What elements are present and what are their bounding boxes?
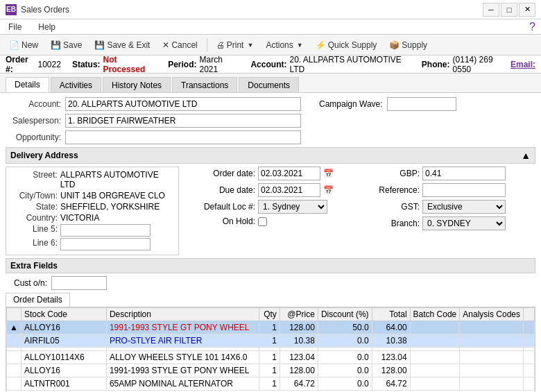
row-analysis-codes [460, 334, 524, 348]
tab-documents[interactable]: Documents [239, 77, 299, 92]
col-stock-code: Stock Code [21, 308, 106, 321]
save-exit-label: Save & Exit [107, 40, 150, 50]
row-description: 65AMP NOMINAL ALTERNATOR [106, 377, 259, 391]
row-analysis-codes [460, 321, 524, 334]
default-loc-select[interactable]: 1. Sydney [258, 200, 327, 214]
tabs-container: Details Activities History Notes Transac… [0, 74, 541, 93]
cancel-button[interactable]: ✕ Cancel [157, 37, 202, 53]
collapse-button[interactable]: ▲ [521, 150, 531, 161]
period-value: March 2021 [200, 55, 240, 74]
order-date-input[interactable] [258, 167, 320, 180]
row-indicator: ▲ [7, 321, 22, 334]
tab-activities[interactable]: Activities [51, 77, 101, 92]
branch-select[interactable]: 0. SYDNEY [422, 216, 506, 230]
tab-details[interactable]: Details [6, 77, 49, 92]
quick-supply-button[interactable]: ⚡ Quick Supply [311, 37, 382, 53]
email-label[interactable]: Email: [510, 60, 535, 69]
order-number-label: Order #: [6, 55, 35, 74]
due-date-input[interactable] [258, 183, 320, 197]
on-hold-checkbox[interactable] [258, 217, 267, 226]
opportunity-label: Opportunity: [6, 133, 61, 142]
table-row[interactable]: ALLOY16 1991-1993 STYLE GT PONY WHEEL 1 … [7, 364, 535, 377]
help-icon[interactable]: ? [529, 21, 535, 33]
order-table: Stock Code Description Qty @Price Discou… [6, 307, 535, 391]
col-batch-code: Batch Code [410, 308, 460, 321]
row-discount: 50.0 [318, 321, 372, 334]
opportunity-input[interactable] [65, 130, 301, 144]
row-discount: 0.0 [318, 377, 372, 391]
line6-input[interactable] [60, 238, 151, 250]
row-description: 1991-1993 STYLE GT PONY WHEEL [106, 321, 259, 334]
menu-bar: File Help ? [0, 19, 541, 35]
row-analysis-codes [460, 364, 524, 377]
new-button[interactable]: 📄 New [4, 37, 43, 53]
row-indicator [7, 334, 22, 348]
country-value: VICTORIA [60, 213, 99, 223]
order-date-label: Order date: [186, 169, 255, 178]
title-bar: EB Sales Orders ─ □ ✕ [0, 0, 541, 19]
cust-orn-input[interactable] [51, 276, 107, 290]
account-input[interactable] [65, 97, 301, 111]
order-date-calendar-icon[interactable]: 📅 [323, 169, 334, 178]
row-analysis-codes [460, 351, 524, 364]
delivery-section-title: Delivery Address [10, 151, 78, 160]
actions-label: Actions [266, 40, 293, 50]
country-label: Country: [9, 213, 58, 223]
line5-input[interactable] [60, 224, 151, 237]
delivery-section-header: Delivery Address ▲ [6, 147, 535, 164]
phone-value: (0114) 269 0550 [453, 55, 508, 74]
order-dates-section: Order date: 📅 Due date: 📅 Default Loc #:… [186, 167, 357, 255]
window-controls[interactable]: ─ □ ✕ [483, 3, 535, 17]
tab-history-notes[interactable]: History Notes [103, 77, 171, 92]
maximize-button[interactable]: □ [501, 3, 517, 17]
close-button[interactable]: ✕ [519, 3, 535, 17]
col-description: Description [106, 308, 259, 321]
extra-fields-header: Extra Fields [6, 258, 535, 273]
save-icon: 💾 [51, 40, 61, 50]
cancel-icon: ✕ [162, 40, 169, 50]
row-discount: 0.0 [318, 364, 372, 377]
print-button[interactable]: 🖨 Print ▼ [212, 37, 259, 53]
menu-file[interactable]: File [6, 21, 24, 33]
new-icon: 📄 [9, 40, 19, 50]
state-value: SHEFFIELD, YORKSHIRE [60, 202, 160, 212]
supply-button[interactable]: 📦 Supply [384, 37, 432, 53]
col-discount: Discount (%) [318, 308, 372, 321]
delivery-section: Street: ALLPARTS AUTOMOTIVE LTD City/Tow… [6, 167, 535, 255]
menu-help[interactable]: Help [35, 21, 58, 33]
table-row[interactable]: ALLOY10114X6 ALLOY WHEELS STYLE 101 14X6… [7, 351, 535, 364]
save-button[interactable]: 💾 Save [46, 37, 87, 53]
col-analysis-codes: Analysis Codes [460, 308, 524, 321]
row-qty: 1 [259, 334, 280, 348]
campaign-wave-input[interactable] [387, 97, 456, 111]
row-price: 128.00 [280, 321, 318, 334]
row-indicator [7, 377, 22, 391]
table-row[interactable]: ▲ ALLOY16 1991-1993 STYLE GT PONY WHEEL … [7, 321, 535, 334]
quick-supply-label: Quick Supply [328, 40, 377, 50]
city-label: City/Town: [9, 191, 58, 201]
account-label: Account: [250, 60, 286, 69]
due-date-calendar-icon[interactable]: 📅 [323, 185, 334, 195]
branch-label: Branch: [364, 219, 420, 228]
order-details-tabs: Order Details [6, 293, 535, 307]
order-header: Order #: 10022 Status: Not Processed Per… [0, 56, 541, 74]
row-batch-code [410, 364, 460, 377]
row-price: 123.04 [280, 351, 318, 364]
save-exit-button[interactable]: 💾 Save & Exit [89, 37, 155, 53]
reference-input[interactable] [422, 183, 506, 197]
salesperson-input[interactable] [65, 114, 301, 128]
row-stock-code: ALTNTR001 [21, 377, 106, 391]
table-row[interactable]: ALTNTR001 65AMP NOMINAL ALTERNATOR 1 64.… [7, 377, 535, 391]
toolbar: 📄 New 💾 Save 💾 Save & Exit ✕ Cancel 🖨 Pr… [0, 35, 541, 56]
tab-transactions[interactable]: Transactions [172, 77, 237, 92]
minimize-button[interactable]: ─ [483, 3, 499, 17]
col-qty: Qty [259, 308, 280, 321]
cust-orn-label: Cust o/n: [6, 278, 47, 288]
gst-select[interactable]: Exclusive [422, 200, 506, 214]
due-date-label: Due date: [186, 185, 255, 195]
row-stock-code: AIRFIL05 [21, 334, 106, 348]
actions-button[interactable]: Actions ▼ [261, 37, 307, 53]
order-details-tab[interactable]: Order Details [6, 293, 70, 307]
table-row[interactable]: AIRFIL05 PRO-STLYE AIR FILTER 1 10.38 0.… [7, 334, 535, 348]
gbp-input[interactable] [422, 167, 506, 180]
